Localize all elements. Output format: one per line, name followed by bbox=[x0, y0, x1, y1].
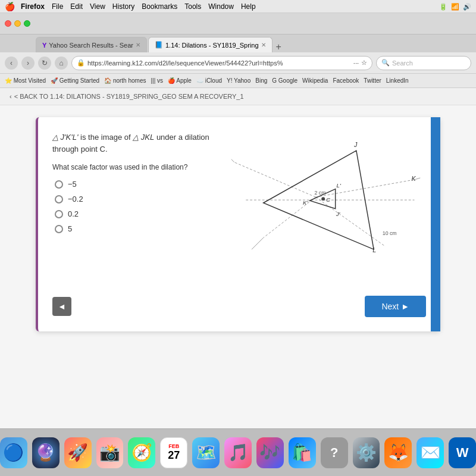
dock-maps[interactable]: 🗺️ bbox=[192, 437, 220, 468]
menu-edit[interactable]: Edit bbox=[70, 2, 83, 11]
bookmark-north-homes[interactable]: 🏠 north homes bbox=[104, 77, 146, 84]
traffic-lights bbox=[5, 20, 30, 27]
browser-toolbar: ‹ › ↻ ⌂ 🔒 https://learning.k12.com/d2l/l… bbox=[0, 52, 476, 74]
lock-icon: 🔒 bbox=[77, 59, 85, 67]
svg-text:2 cm: 2 cm bbox=[315, 190, 326, 196]
tab-dilations[interactable]: 📘 1.14: Dilations - SY1819_Spring ✕ bbox=[148, 37, 273, 52]
bookmark-google[interactable]: G Google bbox=[272, 77, 298, 84]
geometry-diagram: C J K L L' K' J' 2 cm 10 cm bbox=[228, 131, 426, 274]
svg-text:K: K bbox=[412, 175, 416, 182]
url-bar[interactable]: 🔒 https://learning.k12.com/d2l/le/sequen… bbox=[71, 56, 372, 70]
question-left-panel: △ J'K'L' is the image of △ JKL under a d… bbox=[52, 131, 219, 277]
next-button[interactable]: Next ► bbox=[365, 296, 426, 317]
tab-dilations-close[interactable]: ✕ bbox=[261, 42, 266, 48]
sidebar-accent bbox=[431, 117, 440, 331]
menu-tools[interactable]: Tools bbox=[184, 2, 201, 11]
dock-appstore[interactable]: 🛍️ bbox=[289, 437, 316, 468]
tab-dilations-favicon: 📘 bbox=[155, 41, 163, 49]
radio-neg5[interactable] bbox=[55, 180, 63, 189]
bookmark-yahoo[interactable]: Y! Yahoo bbox=[227, 77, 250, 84]
mac-menu-bar: 🍎 Firefox File Edit View History Bookmar… bbox=[0, 0, 476, 13]
back-nav-button[interactable]: ‹ bbox=[5, 57, 18, 70]
question-content: △ J'K'L' is the image of △ JKL under a d… bbox=[52, 131, 426, 277]
browser-title-bar bbox=[0, 13, 476, 35]
bookmarks-bar: ⭐ Most Visited 🚀 Getting Started 🏠 north… bbox=[0, 74, 476, 88]
search-icon: 🔍 bbox=[381, 59, 390, 67]
menu-view[interactable]: View bbox=[90, 2, 105, 11]
bookmark-linkedin[interactable]: LinkedIn bbox=[386, 77, 409, 84]
url-text: https://learning.k12.com/d2l/le/sequence… bbox=[87, 60, 351, 67]
bookmark-apple[interactable]: 🍎 Apple bbox=[168, 77, 192, 84]
dock-music[interactable]: 🎵 bbox=[224, 437, 252, 468]
search-bar[interactable]: 🔍 Search bbox=[376, 56, 471, 70]
apple-menu-icon[interactable]: 🍎 bbox=[5, 2, 15, 11]
dock-itunes[interactable]: 🎶 bbox=[256, 437, 284, 468]
content-area: ‹ < BACK TO 1.14: DILATIONS - SY1819_SPR… bbox=[0, 88, 476, 428]
bookmark-bars: ||| vs bbox=[151, 77, 163, 84]
svg-point-7 bbox=[321, 197, 325, 201]
minimize-button[interactable] bbox=[14, 20, 21, 27]
option-5[interactable]: 5 bbox=[55, 224, 219, 233]
radio-5[interactable] bbox=[55, 225, 63, 233]
bookmark-getting-started[interactable]: 🚀 Getting Started bbox=[51, 77, 99, 84]
dock-safari[interactable]: 🧭 bbox=[128, 437, 155, 468]
mac-status-icons: 🔋📶🔊 bbox=[439, 0, 471, 13]
back-navigation[interactable]: ‹ < BACK TO 1.14: DILATIONS - SY1819_SPR… bbox=[0, 88, 476, 105]
option-02[interactable]: 0.2 bbox=[55, 209, 219, 218]
close-button[interactable] bbox=[5, 20, 11, 27]
menu-bookmarks[interactable]: Bookmarks bbox=[142, 2, 177, 11]
tab-yahoo[interactable]: Y Yahoo Search Results - Sear ✕ bbox=[36, 37, 147, 52]
menu-file[interactable]: File bbox=[52, 2, 63, 11]
statement-is-image: is the image of bbox=[80, 133, 133, 142]
dock-finder[interactable]: 🔵 bbox=[0, 437, 27, 468]
radio-02[interactable] bbox=[55, 210, 63, 218]
option-neg5-label: −5 bbox=[68, 180, 77, 189]
tab-yahoo-close[interactable]: ✕ bbox=[136, 42, 140, 48]
dock-question[interactable]: ? bbox=[321, 437, 348, 468]
svg-text:J: J bbox=[353, 141, 358, 148]
refresh-button[interactable]: ↻ bbox=[38, 57, 51, 70]
svg-text:C: C bbox=[326, 196, 331, 203]
option-neg02-label: −0.2 bbox=[68, 195, 83, 203]
tab-yahoo-label: Yahoo Search Results - Sear bbox=[49, 42, 133, 49]
bookmark-icloud[interactable]: ☁️ iCloud bbox=[196, 77, 222, 84]
home-button[interactable]: ⌂ bbox=[55, 57, 68, 70]
svg-text:J': J' bbox=[336, 211, 341, 217]
svg-line-0 bbox=[234, 162, 316, 198]
option-neg02[interactable]: −0.2 bbox=[55, 195, 219, 203]
tab-dilations-label: 1.14: Dilations - SY1819_Spring bbox=[165, 42, 259, 49]
svg-line-19 bbox=[252, 238, 264, 250]
bookmark-twitter[interactable]: Twitter bbox=[364, 77, 381, 84]
menu-history[interactable]: History bbox=[112, 2, 134, 11]
dock-siri[interactable]: 🔮 bbox=[32, 437, 60, 468]
menu-window[interactable]: Window bbox=[208, 2, 234, 11]
bookmark-wikipedia[interactable]: Wikipedia bbox=[302, 77, 328, 84]
menu-help[interactable]: Help bbox=[241, 2, 256, 11]
radio-neg02[interactable] bbox=[55, 195, 63, 203]
dock-photos[interactable]: 📸 bbox=[96, 437, 124, 468]
radio-options-group: −5 −0.2 0.2 5 bbox=[55, 180, 219, 233]
dock-launchpad[interactable]: 🚀 bbox=[64, 437, 92, 468]
svg-line-3 bbox=[315, 197, 385, 246]
bookmark-bing[interactable]: Bing bbox=[255, 77, 267, 84]
previous-button[interactable]: ◄ bbox=[52, 297, 71, 316]
dock-calendar[interactable]: FEB27 bbox=[160, 437, 187, 468]
bookmark-facebook[interactable]: Facebook bbox=[333, 77, 359, 84]
dock-word[interactable]: W bbox=[449, 437, 476, 468]
dock-mail[interactable]: ✉️ bbox=[416, 437, 444, 468]
dock-firefox[interactable]: 🦊 bbox=[384, 437, 412, 468]
browser-window: Y Yahoo Search Results - Sear ✕ 📘 1.14: … bbox=[0, 13, 476, 428]
more-options-icon[interactable]: ··· bbox=[353, 60, 359, 67]
bookmark-most-visited[interactable]: ⭐ Most Visited bbox=[5, 77, 46, 84]
new-tab-button[interactable]: + bbox=[276, 42, 281, 52]
triangle-jkl-prime: △ J'K'L' bbox=[52, 133, 78, 142]
tab-bar: Y Yahoo Search Results - Sear ✕ 📘 1.14: … bbox=[0, 35, 476, 52]
sub-question-text: What scale factor was used in the dilati… bbox=[52, 163, 219, 171]
dock-settings[interactable]: ⚙️ bbox=[353, 437, 380, 468]
bookmark-star-icon[interactable]: ☆ bbox=[361, 59, 367, 67]
maximize-button[interactable] bbox=[24, 20, 30, 27]
menu-firefox[interactable]: Firefox bbox=[21, 2, 45, 11]
forward-nav-button[interactable]: › bbox=[21, 57, 35, 70]
svg-text:L': L' bbox=[337, 182, 342, 189]
option-neg5[interactable]: −5 bbox=[55, 180, 219, 189]
